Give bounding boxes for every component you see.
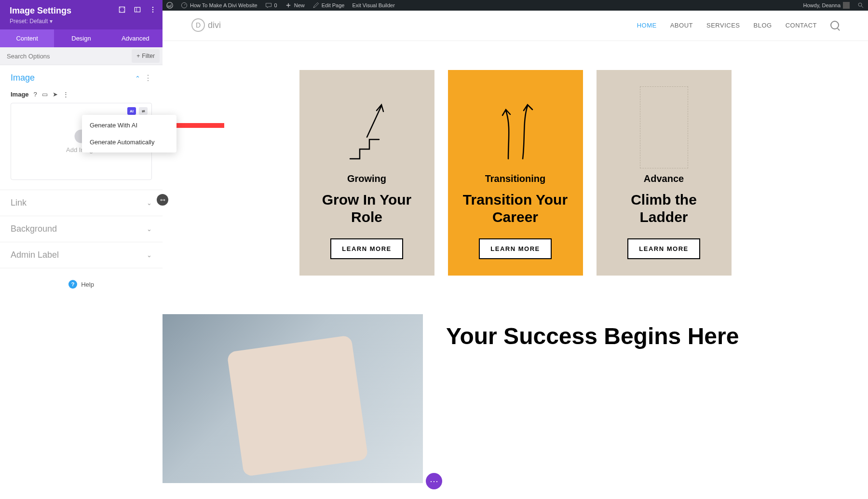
- chevron-up-icon: ⌃: [135, 75, 140, 82]
- comments-link[interactable]: 0: [261, 0, 281, 11]
- nav-home[interactable]: HOME: [637, 22, 657, 29]
- cards-row: Growing Grow In Your Role LEARN MORE Tra…: [163, 41, 868, 314]
- expand-icon[interactable]: [118, 6, 126, 14]
- howdy-link[interactable]: Howdy, Deanna: [800, 0, 854, 11]
- hero-section: Your Success Begins Here: [163, 314, 868, 483]
- card-growing: Growing Grow In Your Role LEARN MORE: [299, 70, 434, 276]
- field-label: Image: [11, 91, 29, 98]
- search-toggle[interactable]: [854, 0, 868, 11]
- section-link-header[interactable]: Link ⌄: [0, 190, 163, 216]
- nav-about[interactable]: ABOUT: [670, 22, 693, 29]
- card-transitioning: Transitioning Transition Your Career LEA…: [448, 70, 583, 276]
- svg-rect-4: [135, 7, 140, 12]
- site-name-link[interactable]: How To Make A Divi Website: [177, 0, 261, 11]
- tablet-icon[interactable]: ▭: [42, 91, 48, 98]
- hero-image: [163, 314, 423, 483]
- exit-builder-link[interactable]: Exit Visual Builder: [348, 0, 398, 11]
- panel-icon[interactable]: [134, 6, 141, 14]
- svg-point-7: [152, 9, 153, 10]
- builder-fab[interactable]: ⋯: [426, 473, 442, 489]
- card-subtitle: Transitioning: [485, 173, 546, 184]
- page-preview: D divi HOME ABOUT SERVICES BLOG CONTACT …: [163, 11, 868, 499]
- search-row: +Filter: [0, 47, 163, 65]
- card-title: Transition Your Career: [461, 191, 570, 226]
- dashboard-icon: [181, 2, 188, 9]
- more-icon[interactable]: [149, 6, 157, 14]
- stairs-arrow-icon: [340, 86, 393, 168]
- svg-point-6: [152, 7, 153, 8]
- generate-with-ai-item[interactable]: Generate With AI: [82, 117, 176, 134]
- image-placeholder: [640, 86, 688, 168]
- ai-badge-icon[interactable]: AI: [127, 107, 136, 115]
- hover-icon[interactable]: ➤: [53, 91, 58, 98]
- help-icon[interactable]: ?: [34, 91, 37, 98]
- main-nav: HOME ABOUT SERVICES BLOG CONTACT: [637, 21, 839, 29]
- card-title: Grow In Your Role: [313, 191, 421, 226]
- edit-page-link[interactable]: Edit Page: [309, 0, 349, 11]
- plus-icon: +: [136, 53, 140, 59]
- plus-icon: [285, 2, 292, 9]
- settings-tabs: Content Design Advanced: [0, 29, 163, 47]
- svg-point-2: [858, 3, 862, 6]
- sidebar-header: Image Settings Preset: Default ▾: [0, 0, 163, 29]
- help-link[interactable]: ? Help: [0, 268, 163, 300]
- wp-admin-bar: How To Make A Divi Website 0 New Edit Pa…: [163, 0, 868, 11]
- hero-title: Your Success Begins Here: [446, 323, 739, 349]
- card-subtitle: Advance: [644, 173, 684, 184]
- tab-content[interactable]: Content: [0, 29, 54, 47]
- search-input[interactable]: [0, 48, 129, 65]
- svg-point-8: [152, 12, 153, 13]
- chevron-down-icon: ⌄: [147, 251, 152, 259]
- chevron-down-icon: ⌄: [147, 225, 152, 233]
- settings-badge-icon[interactable]: ⇄: [139, 107, 148, 115]
- section-image-header[interactable]: Image ⌃⋮: [0, 65, 163, 91]
- learn-more-button[interactable]: LEARN MORE: [479, 238, 551, 259]
- filter-button[interactable]: +Filter: [132, 49, 160, 63]
- sidebar-resize-handle[interactable]: [157, 194, 168, 206]
- tab-advanced[interactable]: Advanced: [108, 29, 163, 47]
- card-advance: Advance Climb the Ladder LEARN MORE: [597, 70, 732, 276]
- nav-blog[interactable]: BLOG: [754, 22, 772, 29]
- generate-automatically-item[interactable]: Generate Automatically: [82, 134, 176, 151]
- ai-context-menu: Generate With AI Generate Automatically: [82, 115, 176, 152]
- wordpress-icon: [166, 2, 173, 9]
- settings-sidebar: Image Settings Preset: Default ▾ Content…: [0, 0, 163, 499]
- nav-contact[interactable]: CONTACT: [786, 22, 817, 29]
- site-logo[interactable]: D divi: [191, 18, 221, 32]
- nav-services[interactable]: SERVICES: [706, 22, 740, 29]
- resize-icon: [160, 197, 166, 203]
- section-admin-label-header[interactable]: Admin Label ⌄: [0, 242, 163, 268]
- card-subtitle: Growing: [347, 173, 386, 184]
- help-icon: ?: [68, 280, 77, 289]
- learn-more-button[interactable]: LEARN MORE: [330, 238, 403, 259]
- section-background-header[interactable]: Background ⌄: [0, 216, 163, 242]
- wp-logo[interactable]: [163, 0, 177, 11]
- double-arrow-icon: [489, 86, 542, 168]
- tab-design[interactable]: Design: [54, 29, 108, 47]
- search-icon: [857, 2, 864, 9]
- logo-icon: D: [191, 18, 205, 32]
- chevron-down-icon: ⌄: [147, 199, 152, 207]
- pencil-icon: [312, 2, 319, 9]
- dots-icon: ⋯: [430, 476, 438, 486]
- preset-dropdown[interactable]: Preset: Default ▾: [10, 18, 153, 25]
- site-header: D divi HOME ABOUT SERVICES BLOG CONTACT: [163, 11, 868, 41]
- avatar: [843, 2, 850, 9]
- comment-icon: [265, 2, 272, 9]
- more-icon[interactable]: ⋮: [63, 91, 69, 98]
- learn-more-button[interactable]: LEARN MORE: [627, 238, 700, 259]
- more-icon[interactable]: ⋮: [144, 74, 152, 82]
- new-link[interactable]: New: [281, 0, 309, 11]
- card-title: Climb the Ladder: [610, 191, 718, 226]
- search-icon[interactable]: [830, 21, 839, 29]
